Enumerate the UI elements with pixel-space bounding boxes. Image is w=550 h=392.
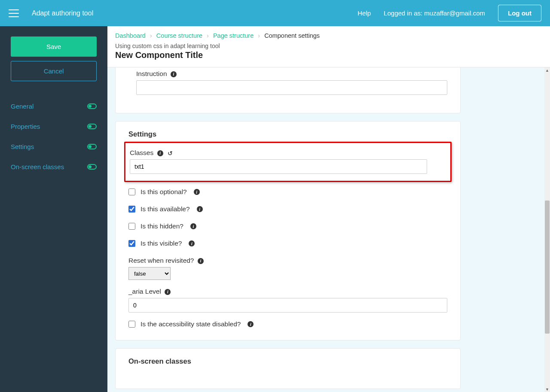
sidebar-item-label: General [11, 103, 34, 110]
a11y-row: Is the accessibility state disabled? i [128, 320, 447, 328]
logged-in-text: Logged in as: muzaffar@gmail.com [384, 9, 485, 17]
optional-label: Is this optional? [141, 188, 187, 196]
save-button[interactable]: Save [11, 36, 97, 57]
visible-row: Is this visible? i [128, 240, 447, 247]
sidebar-item-label: On-screen classes [11, 163, 64, 170]
a11y-checkbox[interactable] [128, 321, 135, 328]
info-icon[interactable]: i [171, 71, 177, 77]
chevron-right-icon: › [207, 32, 209, 39]
reset-field: Reset when revisited? i false [128, 257, 447, 280]
chevron-right-icon: › [258, 32, 260, 39]
toggle-icon [87, 144, 97, 149]
course-subtitle: Using custom css in adapt learning tool [115, 43, 542, 49]
info-icon[interactable]: i [165, 289, 171, 295]
scroll-down-icon[interactable]: ▼ [544, 386, 550, 392]
content-scroll: Instruction i Settings Classes i ↺ [107, 67, 550, 392]
hidden-checkbox[interactable] [128, 223, 135, 230]
available-label: Is this available? [141, 205, 190, 213]
sidebar-item-onscreen[interactable]: On-screen classes [11, 157, 97, 177]
panel-settings: Settings Classes i ↺ Is this optional? i [115, 121, 461, 340]
brand-title: Adapt authoring tool [32, 9, 93, 17]
aria-label: _aria Level [128, 288, 161, 295]
toggle-icon [87, 124, 97, 129]
sidebar-item-label: Settings [11, 143, 34, 150]
info-icon[interactable]: i [197, 206, 203, 212]
topbar: Adapt authoring tool Help Logged in as: … [0, 0, 550, 26]
breadcrumb-link[interactable]: Course structure [156, 32, 202, 39]
header-strip: Dashboard › Course structure › Page stru… [107, 26, 550, 67]
sidebar: Save Cancel General Properties Settings … [0, 26, 107, 392]
panel-instruction: Instruction i [115, 67, 461, 113]
reset-icon[interactable]: ↺ [168, 150, 173, 157]
sidebar-item-properties[interactable]: Properties [11, 116, 97, 137]
logout-button[interactable]: Log out [498, 5, 541, 21]
chevron-right-icon: › [150, 32, 152, 39]
hidden-label: Is this hidden? [141, 222, 183, 230]
aria-input[interactable] [128, 298, 447, 313]
panel-onscreen: On-screen classes [115, 348, 461, 389]
main: Dashboard › Course structure › Page stru… [107, 26, 550, 392]
classes-highlight: Classes i ↺ [124, 142, 452, 182]
cancel-button[interactable]: Cancel [11, 61, 97, 81]
sidebar-item-label: Properties [11, 123, 40, 130]
optional-row: Is this optional? i [128, 188, 447, 196]
sidebar-item-general[interactable]: General [11, 96, 97, 116]
classes-label: Classes [130, 149, 153, 157]
visible-label: Is this visible? [141, 240, 182, 247]
toggle-icon [87, 103, 97, 109]
breadcrumb-link[interactable]: Dashboard [115, 32, 146, 39]
sidebar-item-settings[interactable]: Settings [11, 137, 97, 157]
available-checkbox[interactable] [128, 206, 135, 213]
reset-select[interactable]: false [128, 267, 171, 280]
a11y-label: Is the accessibility state disabled? [141, 320, 241, 328]
hidden-row: Is this hidden? i [128, 222, 447, 230]
reset-label: Reset when revisited? [128, 257, 194, 264]
info-icon[interactable]: i [190, 223, 196, 229]
instruction-label: Instruction [136, 70, 167, 78]
help-link[interactable]: Help [358, 9, 371, 17]
optional-checkbox[interactable] [128, 188, 135, 195]
info-icon[interactable]: i [189, 240, 195, 246]
breadcrumb-current: Component settings [264, 32, 320, 39]
classes-input[interactable] [130, 159, 427, 174]
visible-checkbox[interactable] [128, 240, 135, 247]
info-icon[interactable]: i [198, 258, 204, 264]
info-icon[interactable]: i [194, 189, 200, 195]
scrollbar[interactable]: ▲ ▼ [544, 67, 550, 392]
onscreen-heading: On-screen classes [128, 357, 447, 365]
menu-icon[interactable] [9, 9, 19, 17]
breadcrumb: Dashboard › Course structure › Page stru… [115, 32, 542, 39]
info-icon[interactable]: i [248, 321, 254, 327]
page-title: New Component Title [115, 50, 542, 60]
available-row: Is this available? i [128, 205, 447, 213]
aria-field: _aria Level i [128, 288, 447, 313]
info-icon[interactable]: i [157, 150, 163, 156]
toggle-icon [87, 164, 97, 170]
scrollbar-thumb[interactable] [545, 201, 550, 334]
breadcrumb-link[interactable]: Page structure [213, 32, 254, 39]
settings-heading: Settings [128, 130, 447, 138]
instruction-input[interactable] [136, 80, 447, 95]
scroll-up-icon[interactable]: ▲ [544, 67, 550, 73]
